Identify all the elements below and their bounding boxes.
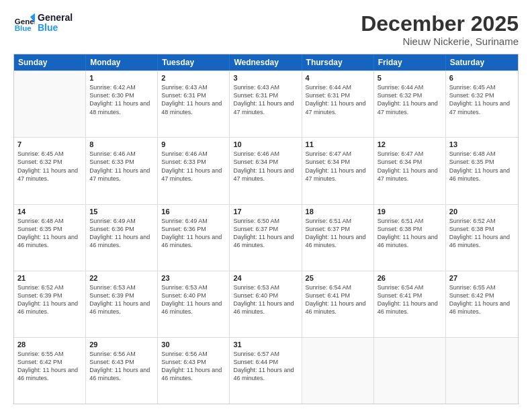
calendar: SundayMondayTuesdayWednesdayThursdayFrid… bbox=[13, 54, 519, 404]
cell-info: Sunrise: 6:47 AM Sunset: 6:34 PM Dayligh… bbox=[306, 150, 370, 183]
title-block: December 2025 Nieuw Nickerie, Suriname bbox=[361, 12, 519, 47]
cell-info: Sunrise: 6:56 AM Sunset: 6:43 PM Dayligh… bbox=[89, 350, 154, 383]
day-number: 14 bbox=[17, 208, 82, 216]
calendar-cell: 6Sunrise: 6:45 AM Sunset: 6:32 PM Daylig… bbox=[446, 71, 518, 137]
calendar-cell: 21Sunrise: 6:52 AM Sunset: 6:39 PM Dayli… bbox=[14, 271, 86, 337]
calendar-cell bbox=[446, 338, 518, 404]
calendar-cell: 1Sunrise: 6:42 AM Sunset: 6:30 PM Daylig… bbox=[86, 71, 158, 137]
cell-info: Sunrise: 6:45 AM Sunset: 6:32 PM Dayligh… bbox=[17, 150, 82, 183]
cell-info: Sunrise: 6:51 AM Sunset: 6:38 PM Dayligh… bbox=[378, 217, 442, 250]
cell-info: Sunrise: 6:53 AM Sunset: 6:40 PM Dayligh… bbox=[161, 283, 226, 316]
calendar-body: 1Sunrise: 6:42 AM Sunset: 6:30 PM Daylig… bbox=[14, 71, 518, 404]
calendar-cell: 4Sunrise: 6:44 AM Sunset: 6:31 PM Daylig… bbox=[302, 71, 374, 137]
day-number: 17 bbox=[233, 208, 298, 216]
cell-info: Sunrise: 6:43 AM Sunset: 6:31 PM Dayligh… bbox=[161, 83, 226, 116]
cell-info: Sunrise: 6:48 AM Sunset: 6:35 PM Dayligh… bbox=[449, 150, 515, 183]
day-number: 19 bbox=[378, 208, 442, 216]
calendar-row: 7Sunrise: 6:45 AM Sunset: 6:32 PM Daylig… bbox=[14, 137, 518, 203]
calendar-cell: 26Sunrise: 6:54 AM Sunset: 6:41 PM Dayli… bbox=[374, 271, 446, 337]
day-number: 9 bbox=[161, 140, 226, 148]
day-number: 26 bbox=[378, 274, 442, 282]
cell-info: Sunrise: 6:55 AM Sunset: 6:42 PM Dayligh… bbox=[449, 283, 515, 316]
logo-blue: Blue bbox=[38, 23, 73, 33]
calendar-header: SundayMondayTuesdayWednesdayThursdayFrid… bbox=[14, 54, 518, 71]
cell-info: Sunrise: 6:47 AM Sunset: 6:34 PM Dayligh… bbox=[378, 150, 442, 183]
calendar-cell: 23Sunrise: 6:53 AM Sunset: 6:40 PM Dayli… bbox=[158, 271, 230, 337]
logo-general: General bbox=[38, 13, 73, 23]
cell-info: Sunrise: 6:46 AM Sunset: 6:34 PM Dayligh… bbox=[233, 150, 298, 183]
day-number: 20 bbox=[449, 208, 515, 216]
svg-text:Blue: Blue bbox=[15, 24, 32, 32]
calendar-cell: 3Sunrise: 6:43 AM Sunset: 6:31 PM Daylig… bbox=[230, 71, 302, 137]
main-title: December 2025 bbox=[361, 12, 519, 36]
calendar-cell: 8Sunrise: 6:46 AM Sunset: 6:33 PM Daylig… bbox=[86, 138, 158, 203]
calendar-cell: 30Sunrise: 6:56 AM Sunset: 6:43 PM Dayli… bbox=[158, 338, 230, 404]
day-number: 30 bbox=[161, 340, 226, 349]
cell-info: Sunrise: 6:49 AM Sunset: 6:36 PM Dayligh… bbox=[161, 217, 226, 250]
day-number: 5 bbox=[378, 74, 442, 82]
calendar-cell: 2Sunrise: 6:43 AM Sunset: 6:31 PM Daylig… bbox=[158, 71, 230, 137]
day-number: 25 bbox=[306, 274, 370, 282]
cell-info: Sunrise: 6:53 AM Sunset: 6:40 PM Dayligh… bbox=[233, 283, 298, 316]
calendar-row: 21Sunrise: 6:52 AM Sunset: 6:39 PM Dayli… bbox=[14, 271, 518, 337]
day-number: 8 bbox=[89, 140, 154, 148]
subtitle: Nieuw Nickerie, Suriname bbox=[361, 36, 519, 47]
calendar-row: 28Sunrise: 6:55 AM Sunset: 6:42 PM Dayli… bbox=[14, 337, 518, 404]
cell-info: Sunrise: 6:46 AM Sunset: 6:33 PM Dayligh… bbox=[161, 150, 226, 183]
day-number: 21 bbox=[17, 274, 82, 282]
calendar-cell: 19Sunrise: 6:51 AM Sunset: 6:38 PM Dayli… bbox=[374, 205, 446, 271]
calendar-row: 14Sunrise: 6:48 AM Sunset: 6:35 PM Dayli… bbox=[14, 204, 518, 271]
calendar-cell: 20Sunrise: 6:52 AM Sunset: 6:38 PM Dayli… bbox=[446, 205, 518, 271]
logo: General Blue General Blue bbox=[13, 12, 73, 34]
calendar-cell: 15Sunrise: 6:49 AM Sunset: 6:36 PM Dayli… bbox=[86, 205, 158, 271]
calendar-cell: 31Sunrise: 6:57 AM Sunset: 6:44 PM Dayli… bbox=[230, 338, 302, 404]
day-number: 12 bbox=[378, 140, 442, 148]
cell-info: Sunrise: 6:54 AM Sunset: 6:41 PM Dayligh… bbox=[378, 283, 442, 316]
cell-info: Sunrise: 6:57 AM Sunset: 6:44 PM Dayligh… bbox=[233, 350, 298, 383]
cell-info: Sunrise: 6:43 AM Sunset: 6:31 PM Dayligh… bbox=[233, 83, 298, 116]
calendar-cell: 28Sunrise: 6:55 AM Sunset: 6:42 PM Dayli… bbox=[14, 338, 86, 404]
day-number: 1 bbox=[89, 74, 154, 82]
cell-info: Sunrise: 6:45 AM Sunset: 6:32 PM Dayligh… bbox=[449, 83, 515, 116]
cell-info: Sunrise: 6:50 AM Sunset: 6:37 PM Dayligh… bbox=[233, 217, 298, 250]
day-number: 4 bbox=[306, 74, 370, 82]
cell-info: Sunrise: 6:51 AM Sunset: 6:37 PM Dayligh… bbox=[306, 217, 370, 250]
day-number: 10 bbox=[233, 140, 298, 148]
calendar-cell: 11Sunrise: 6:47 AM Sunset: 6:34 PM Dayli… bbox=[302, 138, 374, 203]
cell-info: Sunrise: 6:42 AM Sunset: 6:30 PM Dayligh… bbox=[89, 83, 154, 116]
calendar-cell: 14Sunrise: 6:48 AM Sunset: 6:35 PM Dayli… bbox=[14, 205, 86, 271]
cell-info: Sunrise: 6:55 AM Sunset: 6:42 PM Dayligh… bbox=[17, 350, 82, 383]
page: General Blue General Blue December 2025 … bbox=[0, 0, 532, 411]
cell-info: Sunrise: 6:52 AM Sunset: 6:39 PM Dayligh… bbox=[17, 283, 82, 316]
day-number: 22 bbox=[89, 274, 154, 282]
header-day-saturday: Saturday bbox=[446, 54, 518, 71]
calendar-cell: 7Sunrise: 6:45 AM Sunset: 6:32 PM Daylig… bbox=[14, 138, 86, 203]
calendar-cell: 17Sunrise: 6:50 AM Sunset: 6:37 PM Dayli… bbox=[230, 205, 302, 271]
header-day-thursday: Thursday bbox=[302, 54, 374, 71]
day-number: 13 bbox=[449, 140, 515, 148]
day-number: 31 bbox=[233, 340, 298, 349]
calendar-cell: 5Sunrise: 6:44 AM Sunset: 6:32 PM Daylig… bbox=[374, 71, 446, 137]
calendar-cell: 10Sunrise: 6:46 AM Sunset: 6:34 PM Dayli… bbox=[230, 138, 302, 203]
day-number: 18 bbox=[306, 208, 370, 216]
calendar-cell bbox=[302, 338, 374, 404]
calendar-cell: 12Sunrise: 6:47 AM Sunset: 6:34 PM Dayli… bbox=[374, 138, 446, 203]
calendar-cell: 9Sunrise: 6:46 AM Sunset: 6:33 PM Daylig… bbox=[158, 138, 230, 203]
day-number: 7 bbox=[17, 140, 82, 148]
cell-info: Sunrise: 6:44 AM Sunset: 6:31 PM Dayligh… bbox=[306, 83, 370, 116]
day-number: 24 bbox=[233, 274, 298, 282]
header-day-friday: Friday bbox=[374, 54, 446, 71]
day-number: 16 bbox=[161, 208, 226, 216]
day-number: 29 bbox=[89, 340, 154, 349]
cell-info: Sunrise: 6:46 AM Sunset: 6:33 PM Dayligh… bbox=[89, 150, 154, 183]
calendar-cell: 24Sunrise: 6:53 AM Sunset: 6:40 PM Dayli… bbox=[230, 271, 302, 337]
cell-info: Sunrise: 6:52 AM Sunset: 6:38 PM Dayligh… bbox=[449, 217, 515, 250]
cell-info: Sunrise: 6:49 AM Sunset: 6:36 PM Dayligh… bbox=[89, 217, 154, 250]
cell-info: Sunrise: 6:53 AM Sunset: 6:39 PM Dayligh… bbox=[89, 283, 154, 316]
calendar-cell: 16Sunrise: 6:49 AM Sunset: 6:36 PM Dayli… bbox=[158, 205, 230, 271]
header-day-monday: Monday bbox=[86, 54, 158, 71]
header-day-tuesday: Tuesday bbox=[158, 54, 230, 71]
day-number: 6 bbox=[449, 74, 515, 82]
calendar-cell: 13Sunrise: 6:48 AM Sunset: 6:35 PM Dayli… bbox=[446, 138, 518, 203]
day-number: 3 bbox=[233, 74, 298, 82]
